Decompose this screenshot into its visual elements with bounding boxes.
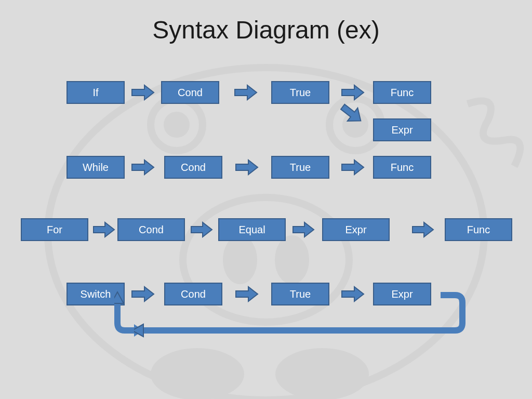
loopback-arrow-icon (114, 286, 468, 348)
arrow-right-icon (235, 159, 259, 176)
node-expr: Expr (373, 118, 431, 141)
node-func: Func (373, 156, 431, 179)
diagram-stage: If Cond True Func Expr While Cond True F… (0, 0, 532, 399)
arrow-right-icon (234, 84, 258, 101)
node-true: True (271, 156, 329, 179)
node-if: If (66, 81, 125, 104)
node-cond: Cond (164, 156, 222, 179)
node-expr: Expr (322, 218, 390, 241)
arrow-right-icon (341, 159, 365, 176)
arrow-right-icon (92, 221, 115, 238)
arrow-right-icon (292, 221, 315, 238)
arrow-diagonal-icon (338, 103, 364, 126)
arrow-right-icon (341, 84, 365, 101)
arrow-right-icon (131, 159, 155, 176)
node-for: For (21, 218, 88, 241)
node-equal: Equal (218, 218, 286, 241)
node-func: Func (373, 81, 431, 104)
arrow-right-icon (411, 221, 434, 238)
arrow-right-icon (131, 84, 155, 101)
arrow-right-icon (190, 221, 213, 238)
node-true: True (271, 81, 329, 104)
node-func: Func (445, 218, 512, 241)
node-cond: Cond (161, 81, 219, 104)
node-cond: Cond (117, 218, 185, 241)
node-while: While (66, 156, 125, 179)
